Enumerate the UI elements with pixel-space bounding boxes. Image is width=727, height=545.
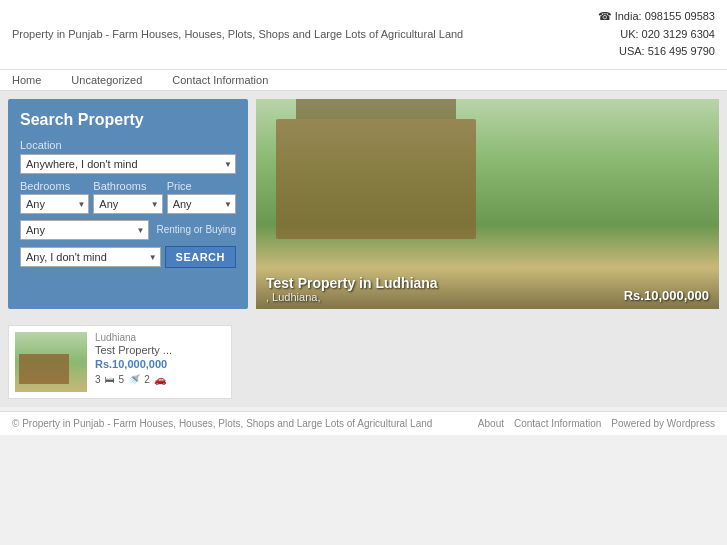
renting-select[interactable]: Any: [20, 220, 149, 240]
renting-buying-label: Renting or Buying: [157, 224, 237, 235]
price-label: Price: [167, 180, 236, 192]
listing-price: Rs.10,000,000: [95, 358, 225, 370]
phone-india: ☎ India: 098155 09583: [598, 8, 715, 26]
nav-uncategorized[interactable]: Uncategorized: [71, 74, 142, 86]
listing-info: Ludhiana Test Property ... Rs.10,000,000…: [95, 332, 225, 392]
listing-city: Ludhiana: [95, 332, 225, 343]
search-button[interactable]: SEARCH: [165, 246, 236, 268]
bathrooms-wrapper: Any: [93, 194, 162, 214]
building-decoration: [276, 119, 476, 239]
renting-row: Any Renting or Buying: [20, 220, 236, 240]
featured-text: Test Property in Ludhiana , Ludhiana,: [266, 275, 438, 303]
baths-count: 5: [119, 374, 125, 385]
bathrooms-select[interactable]: Any: [93, 194, 162, 214]
site-logo: Property in Punjab - Farm Houses, Houses…: [12, 28, 463, 40]
location-label: Location: [20, 139, 236, 151]
footer-about[interactable]: About: [478, 418, 504, 429]
nav-contact[interactable]: Contact Information: [172, 74, 268, 86]
phone-uk: UK: 020 3129 6304: [598, 26, 715, 44]
featured-image: Test Property in Ludhiana , Ludhiana, Rs…: [256, 99, 719, 309]
search-panel: Search Property Location Anywhere, I don…: [8, 99, 248, 309]
dont-mind-select[interactable]: Any, I don't mind: [20, 247, 161, 267]
thumb-building: [19, 354, 69, 384]
footer-copyright: © Property in Punjab - Farm Houses, Hous…: [12, 418, 432, 429]
location-select[interactable]: Anywhere, I don't mind: [20, 154, 236, 174]
listing-card[interactable]: Ludhiana Test Property ... Rs.10,000,000…: [8, 325, 232, 399]
featured-location: , Ludhiana,: [266, 291, 438, 303]
bathrooms-label: Bathrooms: [93, 180, 162, 192]
search-title: Search Property: [20, 111, 236, 129]
nav-home[interactable]: Home: [12, 74, 41, 86]
featured-price: Rs.10,000,000: [624, 288, 709, 303]
main-content: Search Property Location Anywhere, I don…: [0, 91, 727, 317]
footer-contact[interactable]: Contact Information: [514, 418, 601, 429]
main-nav: Home Uncategorized Contact Information: [0, 70, 727, 91]
listing-title: Test Property ...: [95, 344, 225, 356]
phone-usa: USA: 516 495 9790: [598, 43, 715, 61]
listings-section: Ludhiana Test Property ... Rs.10,000,000…: [0, 317, 727, 407]
price-select[interactable]: Any: [167, 194, 236, 214]
location-wrapper: Anywhere, I don't mind: [20, 154, 236, 174]
dont-mind-wrapper: Any, I don't mind: [20, 247, 161, 267]
contact-info: ☎ India: 098155 09583 UK: 020 3129 6304 …: [598, 8, 715, 61]
footer: © Property in Punjab - Farm Houses, Hous…: [0, 411, 727, 435]
footer-powered[interactable]: Powered by Wordpress: [611, 418, 715, 429]
bed-bath-selects: Any Any Any: [20, 194, 236, 214]
featured-title: Test Property in Ludhiana: [266, 275, 438, 291]
bedrooms-label: Bedrooms: [20, 180, 89, 192]
bed-icon: 🛏: [105, 374, 115, 385]
garage-count: 2: [144, 374, 150, 385]
header: Property in Punjab - Farm Houses, Houses…: [0, 0, 727, 70]
bed-bath-price-labels: Bedrooms Bathrooms Price: [20, 180, 236, 192]
bedrooms-wrapper: Any: [20, 194, 89, 214]
renting-wrapper: Any: [20, 220, 149, 240]
search-bottom: Any, I don't mind SEARCH: [20, 246, 236, 268]
phone-icon: ☎: [598, 10, 612, 22]
featured-panel: Test Property in Ludhiana , Ludhiana, Rs…: [256, 99, 719, 309]
featured-overlay: Test Property in Ludhiana , Ludhiana, Rs…: [256, 269, 719, 309]
listing-features: 3 🛏 5 🚿 2 🚗: [95, 374, 225, 385]
footer-links: About Contact Information Powered by Wor…: [478, 418, 715, 429]
bath-icon: 🚿: [128, 374, 140, 385]
bedrooms-select[interactable]: Any: [20, 194, 89, 214]
beds-count: 3: [95, 374, 101, 385]
garage-icon: 🚗: [154, 374, 166, 385]
price-wrapper: Any: [167, 194, 236, 214]
listing-thumbnail: [15, 332, 87, 392]
